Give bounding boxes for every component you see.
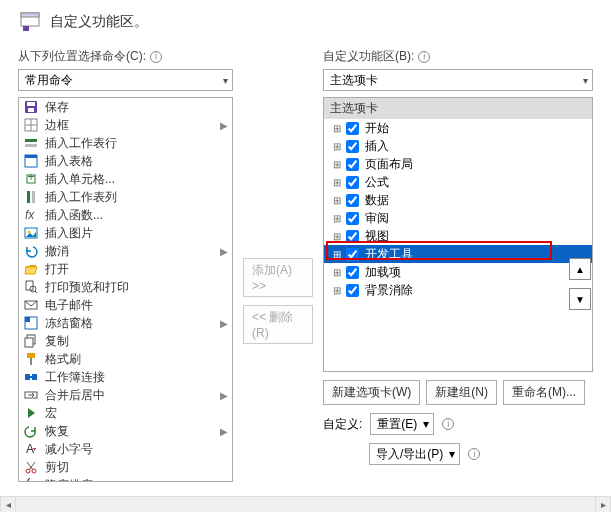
import-export-dropdown[interactable]: 导入/导出(P) ▾	[369, 443, 460, 465]
tab-label: 加载项	[363, 264, 401, 281]
tree-item[interactable]: ⊞插入	[324, 137, 592, 155]
ribbon-target-combo[interactable]: 主选项卡 ▾	[323, 69, 593, 91]
command-item[interactable]: 格式刷	[19, 350, 232, 368]
tab-label: 页面布局	[363, 156, 413, 173]
tree-item[interactable]: ⊞开发工具	[324, 245, 592, 263]
command-item[interactable]: 宏	[19, 404, 232, 422]
tab-checkbox[interactable]	[346, 158, 359, 171]
command-item[interactable]: 插入工作表列	[19, 188, 232, 206]
scroll-right-icon[interactable]: ▸	[595, 497, 611, 512]
command-label: 恢复	[45, 423, 228, 440]
submenu-indicator-icon: ▶	[220, 426, 228, 437]
command-item[interactable]: 恢复▶	[19, 422, 232, 440]
svg-rect-10	[25, 144, 37, 147]
svg-rect-5	[28, 108, 34, 112]
add-button[interactable]: 添加(A) >>	[243, 258, 313, 297]
command-item[interactable]: +插入单元格...	[19, 170, 232, 188]
tab-checkbox[interactable]	[346, 140, 359, 153]
command-item[interactable]: A减小字号	[19, 440, 232, 458]
inscol-icon	[23, 189, 39, 205]
info-icon[interactable]: i	[150, 51, 162, 63]
tree-item[interactable]: ⊞加载项	[324, 263, 592, 281]
command-item[interactable]: 电子邮件	[19, 296, 232, 314]
copy-icon	[23, 333, 39, 349]
tree-item[interactable]: ⊞背景消除	[324, 281, 592, 299]
tree-header: 主选项卡	[324, 98, 592, 119]
command-label: 撤消	[45, 243, 228, 260]
command-label: 冻结窗格	[45, 315, 228, 332]
pic-icon	[23, 225, 39, 241]
command-label: 插入工作表列	[45, 189, 228, 206]
command-item[interactable]: 边框▶	[19, 116, 232, 134]
cut-icon	[23, 459, 39, 475]
submenu-indicator-icon: ▶	[220, 120, 228, 131]
tab-checkbox[interactable]	[346, 248, 359, 261]
tree-item[interactable]: ⊞视图	[324, 227, 592, 245]
commands-source-combo[interactable]: 常用命令 ▾	[18, 69, 233, 91]
command-item[interactable]: 插入表格	[19, 152, 232, 170]
tab-checkbox[interactable]	[346, 122, 359, 135]
new-group-button[interactable]: 新建组(N)	[426, 380, 497, 405]
command-item[interactable]: 工作簿连接	[19, 368, 232, 386]
command-item[interactable]: 打印预览和打印	[19, 278, 232, 296]
command-item[interactable]: 撤消▶	[19, 242, 232, 260]
tree-item[interactable]: ⊞审阅	[324, 209, 592, 227]
expand-icon[interactable]: ⊞	[332, 123, 342, 134]
expand-icon[interactable]: ⊞	[332, 213, 342, 224]
command-item[interactable]: ZA降序排序	[19, 476, 232, 482]
move-up-button[interactable]: ▲	[569, 258, 591, 280]
command-item[interactable]: 插入图片	[19, 224, 232, 242]
remove-button[interactable]: << 删除(R)	[243, 305, 313, 344]
svg-rect-20	[26, 281, 33, 290]
instbl-icon	[23, 153, 39, 169]
command-item[interactable]: 合并后居中▶	[19, 386, 232, 404]
info-icon[interactable]: i	[442, 418, 454, 430]
chevron-down-icon: ▾	[583, 75, 588, 86]
new-tab-button[interactable]: 新建选项卡(W)	[323, 380, 420, 405]
tab-checkbox[interactable]	[346, 284, 359, 297]
commands-listbox[interactable]: 保存边框▶插入工作表行插入表格+插入单元格...插入工作表列fx插入函数...插…	[18, 97, 233, 482]
expand-icon[interactable]: ⊞	[332, 249, 342, 260]
info-icon[interactable]: i	[468, 448, 480, 460]
info-icon[interactable]: i	[418, 51, 430, 63]
ribbon-tree[interactable]: 主选项卡 ⊞开始⊞插入⊞页面布局⊞公式⊞数据⊞审阅⊞视图⊞开发工具⊞加载项⊞背景…	[323, 97, 593, 372]
expand-icon[interactable]: ⊞	[332, 231, 342, 242]
tab-checkbox[interactable]	[346, 266, 359, 279]
submenu-indicator-icon: ▶	[220, 318, 228, 329]
inscell-icon: +	[23, 171, 39, 187]
svg-rect-2	[23, 26, 29, 31]
tab-checkbox[interactable]	[346, 194, 359, 207]
tab-label: 开发工具	[363, 246, 413, 263]
tree-item[interactable]: ⊞公式	[324, 173, 592, 191]
expand-icon[interactable]: ⊞	[332, 159, 342, 170]
command-item[interactable]: 插入工作表行	[19, 134, 232, 152]
command-item[interactable]: 保存	[19, 98, 232, 116]
tab-checkbox[interactable]	[346, 176, 359, 189]
command-item[interactable]: fx插入函数...	[19, 206, 232, 224]
expand-icon[interactable]: ⊞	[332, 267, 342, 278]
tab-checkbox[interactable]	[346, 212, 359, 225]
command-item[interactable]: 剪切	[19, 458, 232, 476]
horizontal-scrollbar[interactable]: ◂ ▸	[0, 496, 611, 512]
command-item[interactable]: 打开	[19, 260, 232, 278]
tree-item[interactable]: ⊞页面布局	[324, 155, 592, 173]
expand-icon[interactable]: ⊞	[332, 141, 342, 152]
tree-item[interactable]: ⊞开始	[324, 119, 592, 137]
scroll-left-icon[interactable]: ◂	[0, 497, 16, 512]
reset-dropdown[interactable]: 重置(E) ▾	[370, 413, 434, 435]
command-item[interactable]: 复制	[19, 332, 232, 350]
customize-label: 自定义:	[323, 416, 362, 433]
move-down-button[interactable]: ▼	[569, 288, 591, 310]
expand-icon[interactable]: ⊞	[332, 285, 342, 296]
command-item[interactable]: 冻结窗格▶	[19, 314, 232, 332]
merge-icon	[23, 387, 39, 403]
svg-text:A: A	[26, 442, 34, 456]
tab-checkbox[interactable]	[346, 230, 359, 243]
expand-icon[interactable]: ⊞	[332, 195, 342, 206]
tab-label: 开始	[363, 120, 389, 137]
rename-button[interactable]: 重命名(M)...	[503, 380, 585, 405]
tab-label: 数据	[363, 192, 389, 209]
expand-icon[interactable]: ⊞	[332, 177, 342, 188]
tree-item[interactable]: ⊞数据	[324, 191, 592, 209]
macro-icon	[23, 405, 39, 421]
